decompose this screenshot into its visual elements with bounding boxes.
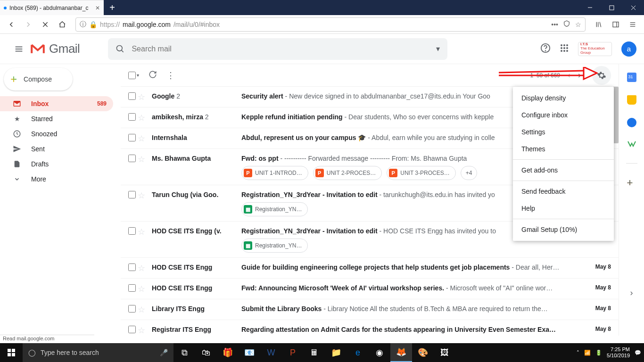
wifi-icon[interactable]: 📶	[584, 350, 591, 356]
star-icon[interactable]: ☆	[138, 154, 152, 165]
menu-item[interactable]: Help	[513, 200, 614, 217]
reader-icon[interactable]	[563, 20, 570, 29]
firefox-icon[interactable]: 🦊	[390, 343, 412, 362]
email-row[interactable]: ☆HOD CSE ITS EnggFwd: Announcing Microso…	[121, 279, 619, 299]
email-row[interactable]: ☆Library ITS EnggSubmit the Library Book…	[121, 299, 619, 320]
page-next[interactable]: ›	[578, 70, 581, 80]
tab-close-icon[interactable]: ✕	[95, 5, 100, 11]
powerpoint-icon[interactable]: P	[282, 343, 304, 362]
photos-icon[interactable]: 🖼	[434, 343, 455, 362]
taskbar-search[interactable]: ◯ Type here to search 🎤	[23, 343, 173, 362]
row-checkbox[interactable]	[128, 227, 138, 236]
star-icon[interactable]: ☆	[138, 325, 152, 336]
row-checkbox[interactable]	[128, 284, 138, 293]
sidebar-item-sent[interactable]: Sent	[0, 141, 113, 156]
star-icon[interactable]: ☆	[138, 113, 152, 123]
addon-collapse[interactable]: ›	[630, 288, 633, 298]
star-icon[interactable]: ☆	[138, 284, 152, 294]
nav-home[interactable]	[55, 17, 70, 32]
search-bar[interactable]: ▾	[108, 38, 447, 60]
nav-forward[interactable]	[21, 17, 36, 32]
menu-item[interactable]: Gmail Setup (10%)	[513, 221, 614, 238]
email-row[interactable]: ☆HOD CSE ITS EnggGuide for building engi…	[121, 258, 619, 279]
sidebar-item-more[interactable]: More	[0, 172, 113, 187]
sidebar-icon[interactable]	[608, 17, 623, 32]
star-icon[interactable]: ☆	[138, 133, 152, 144]
attachment-chip[interactable]: ▦Registration_YN…	[241, 239, 308, 253]
row-checkbox[interactable]	[128, 191, 138, 200]
main-menu-button[interactable]	[8, 44, 30, 54]
row-checkbox[interactable]	[128, 134, 138, 143]
calendar-addon[interactable]	[627, 73, 636, 82]
store-icon[interactable]: 🛍	[195, 343, 217, 362]
attachment-chip[interactable]: PUNIT 1-INTROD…	[241, 166, 308, 180]
search-options-icon[interactable]: ▾	[436, 44, 440, 53]
nav-back[interactable]	[4, 17, 19, 32]
app-icon[interactable]: 🎁	[217, 343, 239, 362]
url-bar[interactable]: ⓘ 🔒 https://mail.google.com/mail/u/0/#in…	[75, 17, 586, 32]
calculator-icon[interactable]: 🖩	[304, 343, 325, 362]
edge-icon[interactable]: e	[347, 343, 369, 362]
bookmark-icon[interactable]: ☆	[575, 21, 581, 28]
battery-icon[interactable]: 🔋	[595, 350, 602, 356]
select-all[interactable]: ▾	[128, 72, 139, 79]
row-checkbox[interactable]	[128, 155, 138, 164]
menu-item[interactable]: Display density	[513, 90, 614, 107]
clock[interactable]: 7:25 PM 5/10/2019	[607, 346, 630, 359]
menu-item[interactable]: Settings	[513, 123, 614, 140]
get-addons[interactable]: +	[627, 177, 636, 186]
sidebar-item-drafts[interactable]: Drafts	[0, 156, 113, 172]
star-icon[interactable]: ☆	[138, 304, 152, 315]
apps-icon[interactable]	[560, 44, 569, 54]
keep-addon[interactable]	[627, 95, 636, 105]
start-button[interactable]	[0, 349, 23, 356]
star-icon[interactable]: ☆	[138, 263, 152, 273]
star-icon[interactable]: ☆	[138, 92, 152, 102]
task-view-icon[interactable]: ⧉	[173, 343, 195, 362]
menu-item[interactable]: Configure inbox	[513, 107, 614, 123]
window-close[interactable]	[622, 0, 644, 15]
row-checkbox[interactable]	[128, 263, 138, 272]
compose-button[interactable]: + Compose	[4, 68, 73, 90]
mic-icon[interactable]: 🎤	[160, 349, 168, 356]
star-icon[interactable]: ☆	[138, 190, 152, 201]
settings-button[interactable]	[592, 66, 611, 85]
attachment-chip[interactable]: PUNIT 2-PROCES…	[313, 166, 382, 180]
menu-item[interactable]: Themes	[513, 140, 614, 157]
sidebar-item-snoozed[interactable]: Snoozed	[0, 126, 113, 141]
library-icon[interactable]	[591, 17, 606, 32]
gmail-logo[interactable]: Gmail	[30, 41, 80, 56]
sidebar-item-starred[interactable]: ★Starred	[0, 111, 113, 126]
window-maximize[interactable]	[601, 0, 622, 15]
contacts-addon[interactable]	[627, 140, 636, 150]
more-button[interactable]: ⋮	[166, 70, 175, 81]
attachment-chip[interactable]: PUNIT 3-PROCES…	[387, 166, 455, 180]
new-tab-button[interactable]: +	[104, 0, 121, 15]
explorer-icon[interactable]: 📁	[325, 343, 347, 362]
browser-tab[interactable]: Inbox (589) - abdulmananbar_c ✕	[0, 0, 104, 15]
row-checkbox[interactable]	[128, 305, 138, 314]
search-input[interactable]	[132, 45, 429, 53]
refresh-button[interactable]	[149, 70, 157, 81]
row-checkbox[interactable]	[128, 92, 138, 101]
menu-item[interactable]: Get add-ons	[513, 162, 614, 179]
row-checkbox[interactable]	[128, 326, 138, 335]
row-checkbox[interactable]	[128, 113, 138, 122]
menu-icon[interactable]	[625, 17, 640, 32]
word-icon[interactable]: W	[260, 343, 282, 362]
mail-icon[interactable]: 📧	[239, 343, 260, 362]
tray-chevron-icon[interactable]: ˄	[577, 350, 579, 356]
tasks-addon[interactable]	[627, 118, 636, 127]
page-prev[interactable]: ‹	[568, 70, 570, 80]
support-icon[interactable]	[540, 43, 551, 55]
email-row[interactable]: ☆Registrar ITS EnggRegarding attestation…	[121, 320, 619, 336]
sidebar-item-inbox[interactable]: Inbox589	[0, 96, 113, 111]
chrome-icon[interactable]: ◉	[369, 343, 390, 362]
page-actions-icon[interactable]: •••	[551, 21, 558, 28]
menu-item[interactable]: Send feedback	[513, 183, 614, 200]
nav-stop[interactable]	[38, 17, 53, 32]
paint-icon[interactable]: 🎨	[412, 343, 434, 362]
account-avatar[interactable]: a	[621, 41, 636, 57]
more-attachments[interactable]: +4	[461, 166, 478, 180]
window-minimize[interactable]	[579, 0, 601, 15]
